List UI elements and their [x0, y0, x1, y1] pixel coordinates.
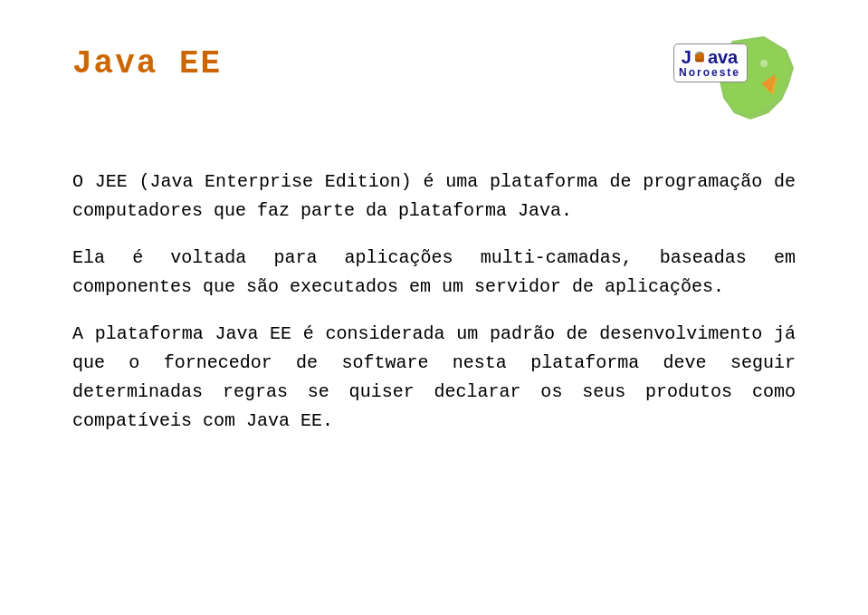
logo-ava: ava	[708, 47, 738, 68]
logo-badge: J ava Noroeste	[673, 43, 748, 82]
logo-badge-top: J ava	[682, 47, 739, 68]
paragraph-2: Ela é voltada para aplicações multi-cama…	[72, 244, 796, 302]
logo-noroeste: Noroeste	[679, 66, 740, 79]
header-area: Java EE J	[72, 36, 796, 131]
page-title: Java EE	[72, 45, 222, 82]
title-area: Java EE	[72, 36, 673, 82]
svg-point-2	[760, 60, 768, 67]
java-noroeste-logo: J ava Noroeste	[673, 36, 796, 131]
svg-point-5	[695, 59, 704, 62]
coffee-cup-icon	[692, 51, 707, 65]
paragraph-3: A plataforma Java EE é considerada um pa…	[72, 320, 796, 436]
page-container: Java EE J	[0, 0, 868, 615]
logo-j: J	[682, 47, 692, 68]
paragraph-1: O JEE (Java Enterprise Edition) é uma pl…	[72, 168, 796, 226]
content-area: O JEE (Java Enterprise Edition) é uma pl…	[72, 168, 796, 436]
